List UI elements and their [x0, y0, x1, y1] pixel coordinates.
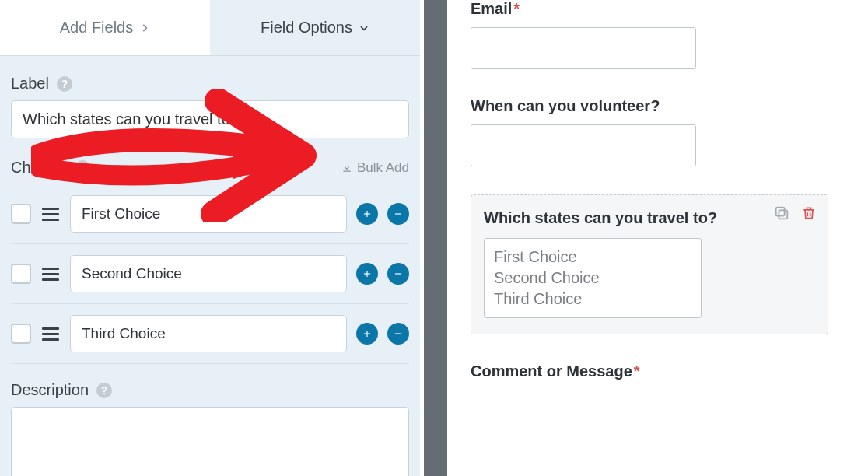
preview-field-states-selected[interactable]: Which states can you travel to? First Ch… [471, 194, 828, 334]
help-icon[interactable]: ? [75, 160, 90, 176]
field-label: When can you volunteer? [471, 97, 844, 115]
plus-icon [362, 328, 373, 339]
choices-header: Choices ? Bulk Add [11, 159, 409, 177]
label-input[interactable] [11, 100, 409, 138]
choice-row [11, 244, 409, 304]
choice-default-checkbox[interactable] [11, 204, 31, 224]
panel-body: Label ? Choices ? Bulk Add [0, 56, 420, 476]
choice-input[interactable] [70, 315, 347, 352]
form-preview: Email* When can you volunteer? Which sta… [455, 0, 859, 476]
field-options-panel: Add Fields Field Options Label ? Choices… [0, 0, 420, 476]
help-icon[interactable]: ? [57, 76, 72, 92]
field-label-text: Email [471, 0, 512, 17]
plus-icon [362, 268, 373, 279]
help-icon[interactable]: ? [96, 383, 112, 398]
preview-field-email[interactable]: Email* [471, 0, 844, 69]
chevron-down-icon [359, 23, 369, 33]
duplicate-button[interactable] [773, 205, 790, 225]
panel-divider [424, 0, 447, 476]
drag-handle-icon[interactable] [40, 266, 61, 282]
field-label-text: Comment or Message [471, 362, 632, 380]
states-multiselect[interactable]: First Choice Second Choice Third Choice [484, 238, 702, 318]
drag-handle-icon[interactable] [40, 206, 61, 222]
download-icon [341, 163, 352, 173]
bulk-add-button[interactable]: Bulk Add [341, 160, 409, 176]
panel-tabs: Add Fields Field Options [0, 0, 420, 56]
field-label-text: When can you volunteer? [471, 97, 660, 114]
add-choice-button[interactable] [356, 263, 378, 285]
copy-icon [773, 205, 790, 222]
plus-icon [362, 208, 373, 219]
field-label: Email* [471, 0, 844, 18]
tab-field-options[interactable]: Field Options [210, 0, 420, 55]
add-choice-button[interactable] [356, 323, 378, 345]
choice-default-checkbox[interactable] [11, 264, 31, 284]
volunteer-input[interactable] [471, 124, 696, 166]
required-indicator: * [513, 0, 520, 17]
field-label: Which states can you travel to? [484, 209, 815, 227]
minus-icon [393, 328, 404, 339]
choice-input[interactable] [70, 255, 347, 292]
choice-row [11, 184, 409, 244]
remove-choice-button[interactable] [387, 203, 409, 225]
choice-row [11, 304, 409, 364]
description-section-title: Description [11, 381, 89, 399]
multiselect-option[interactable]: Third Choice [494, 289, 691, 310]
choice-input[interactable] [70, 195, 347, 233]
multiselect-option[interactable]: First Choice [494, 247, 691, 268]
label-section-title: Label [11, 75, 49, 93]
required-indicator: * [634, 362, 640, 380]
email-input[interactable] [471, 27, 696, 69]
trash-icon [801, 205, 817, 222]
choice-default-checkbox[interactable] [11, 324, 31, 344]
remove-choice-button[interactable] [387, 263, 409, 285]
tab-field-options-label: Field Options [261, 19, 352, 37]
description-section-header: Description ? [11, 381, 409, 399]
choices-section-title: Choices [11, 159, 67, 177]
description-textarea[interactable] [11, 407, 409, 476]
bulk-add-label: Bulk Add [357, 160, 409, 176]
field-label: Comment or Message* [471, 362, 844, 380]
add-choice-button[interactable] [356, 203, 378, 225]
minus-icon [393, 208, 404, 219]
drag-handle-icon[interactable] [40, 326, 61, 342]
minus-icon [393, 268, 404, 279]
preview-field-volunteer[interactable]: When can you volunteer? [471, 97, 844, 166]
label-section-header: Label ? [11, 75, 409, 93]
tab-add-fields[interactable]: Add Fields [0, 0, 210, 55]
field-toolbar [773, 205, 817, 225]
multiselect-option[interactable]: Second Choice [494, 268, 691, 289]
field-label-text: Which states can you travel to? [484, 209, 717, 226]
svg-rect-0 [779, 210, 787, 219]
delete-button[interactable] [801, 205, 817, 225]
remove-choice-button[interactable] [387, 323, 409, 345]
chevron-right-icon [139, 23, 150, 33]
preview-field-comment[interactable]: Comment or Message* [471, 362, 844, 380]
tab-add-fields-label: Add Fields [60, 19, 134, 37]
svg-rect-1 [776, 208, 785, 216]
